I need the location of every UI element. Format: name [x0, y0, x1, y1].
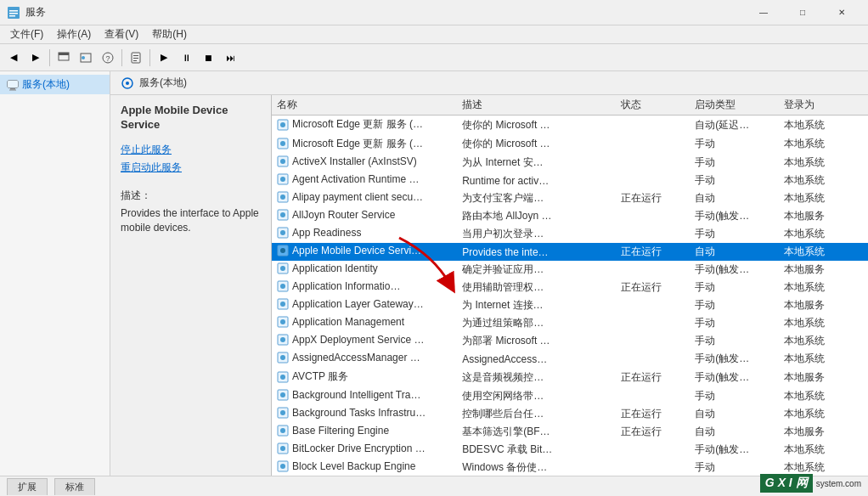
title-bar: 服务 — □ ✕: [0, 0, 868, 25]
toolbar-pause[interactable]: ⏸: [176, 48, 196, 68]
table-row[interactable]: Application Identity确定并验证应用…手动(触发…本地服务: [272, 261, 868, 279]
tree-item-local[interactable]: 服务(本地): [0, 75, 110, 94]
toolbar-stop[interactable]: ⏹: [198, 48, 218, 68]
cell-startup: 自动: [690, 243, 779, 261]
toolbar-restart[interactable]: ⏭: [220, 48, 240, 68]
services-table-container[interactable]: 名称 描述 状态 启动类型 登录为 Microsoft Edge 更新 服务 (…: [272, 95, 868, 476]
table-row[interactable]: Background Tasks Infrastru…控制哪些后台任…正在运行自…: [272, 405, 868, 423]
cell-desc: 控制哪些后台任…: [457, 405, 616, 423]
close-button[interactable]: ✕: [822, 0, 861, 25]
col-header-desc[interactable]: 描述: [457, 95, 616, 116]
toolbar-start[interactable]: ▶: [154, 48, 174, 68]
cell-desc: 为 Internet 连接…: [457, 296, 616, 314]
table-row[interactable]: ActiveX Installer (AxInstSV)为从 Internet …: [272, 154, 868, 172]
svg-point-37: [280, 266, 285, 271]
cell-startup: 手动: [690, 135, 779, 155]
cell-logon: 本地服务: [779, 207, 868, 225]
cell-startup: 手动: [690, 459, 779, 476]
cell-status: 正在运行: [616, 189, 690, 207]
col-header-name[interactable]: 名称: [272, 95, 457, 116]
table-row[interactable]: AppX Deployment Service …为部署 Microsoft ……: [272, 332, 868, 350]
cell-startup: 自动: [690, 423, 779, 441]
app-icon: [7, 6, 20, 20]
cell-desc: 为从 Internet 安…: [457, 154, 616, 172]
menu-action[interactable]: 操作(A): [50, 25, 98, 43]
cell-startup: 自动(延迟…: [690, 116, 779, 135]
cell-status: [616, 207, 690, 225]
cell-startup: 自动: [690, 189, 779, 207]
svg-rect-17: [9, 89, 16, 90]
status-bar: 扩展 标准: [0, 476, 868, 496]
watermark-sub: system.com: [816, 479, 861, 488]
svg-point-25: [280, 159, 285, 164]
table-header-row: 名称 描述 状态 启动类型 登录为: [272, 95, 868, 116]
toolbar-forward[interactable]: ▶: [25, 48, 46, 68]
stop-service-link[interactable]: 停止此服务: [121, 143, 261, 157]
cell-name: App Readiness: [272, 225, 457, 243]
cell-logon: 本地系统: [779, 116, 868, 135]
table-row[interactable]: AssignedAccessManager …AssignedAccess…手动…: [272, 350, 868, 368]
table-row[interactable]: AllJoyn Router Service路由本地 AllJoyn …手动(触…: [272, 207, 868, 225]
toolbar-up[interactable]: [54, 48, 74, 68]
table-row[interactable]: Agent Activation Runtime …Runtime for ac…: [272, 172, 868, 189]
tab-standard[interactable]: 标准: [54, 478, 95, 495]
cell-logon: 本地系统: [779, 405, 868, 423]
cell-status: [616, 441, 690, 459]
cell-startup: 手动: [690, 314, 779, 332]
cell-desc: 这是音频视频控…: [457, 368, 616, 387]
table-row[interactable]: BitLocker Drive Encryption …BDESVC 承载 Bi…: [272, 441, 868, 459]
toolbar-sep-3: [149, 49, 150, 66]
table-row[interactable]: Apple Mobile Device Servi…Provides the i…: [272, 243, 868, 261]
cell-desc: 使你的 Microsoft …: [457, 135, 616, 155]
restart-service-link[interactable]: 重启动此服务: [121, 161, 261, 175]
cell-name: Agent Activation Runtime …: [272, 172, 457, 189]
cell-logon: 本地服务: [779, 296, 868, 314]
cell-name: AppX Deployment Service …: [272, 332, 457, 350]
toolbar-show-hide[interactable]: [76, 48, 96, 68]
table-row[interactable]: Block Level Backup EngineWindows 备份使…手动本…: [272, 459, 868, 476]
cell-status: [616, 261, 690, 279]
table-row[interactable]: AVCTP 服务这是音频视频控…正在运行手动(触发…本地服务: [272, 368, 868, 387]
svg-point-53: [280, 410, 285, 415]
cell-name: Background Intelligent Tra…: [272, 387, 457, 405]
table-row[interactable]: App Readiness当用户初次登录…手动本地系统: [272, 225, 868, 243]
col-header-logon[interactable]: 登录为: [779, 95, 868, 116]
cell-logon: 本地服务: [779, 368, 868, 387]
maximize-button[interactable]: □: [783, 0, 822, 25]
svg-point-49: [280, 375, 285, 380]
cell-logon: 本地服务: [779, 261, 868, 279]
svg-text:?: ?: [105, 54, 110, 63]
table-row[interactable]: Application Management为通过组策略部…手动本地系统: [272, 314, 868, 332]
minimize-button[interactable]: —: [744, 0, 783, 25]
cell-startup: 手动(触发…: [690, 350, 779, 368]
cell-startup: 手动: [690, 332, 779, 350]
col-header-startup[interactable]: 启动类型: [690, 95, 779, 116]
tab-expand[interactable]: 扩展: [7, 478, 48, 495]
cell-name: Application Management: [272, 314, 457, 332]
table-row[interactable]: Application Informatio…使用辅助管理权…正在运行手动本地系…: [272, 279, 868, 296]
table-row[interactable]: Background Intelligent Tra…使用空闲网络带…手动本地系…: [272, 387, 868, 405]
cell-startup: 手动: [690, 154, 779, 172]
table-row[interactable]: Microsoft Edge 更新 服务 (…使你的 Microsoft …手动…: [272, 135, 868, 155]
svg-point-21: [280, 122, 285, 127]
table-row[interactable]: Microsoft Edge 更新 服务 (…使你的 Microsoft …自动…: [272, 116, 868, 135]
cell-logon: 本地系统: [779, 332, 868, 350]
toolbar-back[interactable]: ◀: [3, 48, 24, 68]
services-table: 名称 描述 状态 启动类型 登录为 Microsoft Edge 更新 服务 (…: [272, 95, 868, 476]
cell-startup: 手动: [690, 172, 779, 189]
col-header-status[interactable]: 状态: [616, 95, 690, 116]
cell-name: Background Tasks Infrastru…: [272, 405, 457, 423]
svg-point-47: [280, 355, 285, 360]
svg-point-19: [126, 82, 129, 85]
table-row[interactable]: Alipay payment client secu…为支付宝客户端…正在运行自…: [272, 189, 868, 207]
desc-label: 描述：: [121, 189, 261, 203]
toolbar-properties[interactable]: [126, 48, 146, 68]
toolbar-help[interactable]: ?: [98, 48, 118, 68]
table-row[interactable]: Application Layer Gateway…为 Internet 连接……: [272, 296, 868, 314]
menu-view[interactable]: 查看(V): [98, 25, 145, 43]
menu-help[interactable]: 帮助(H): [145, 25, 194, 43]
menu-file[interactable]: 文件(F): [3, 25, 50, 43]
table-row[interactable]: Base Filtering Engine基本筛选引擎(BF…正在运行自动本地服…: [272, 423, 868, 441]
window-title: 服务: [25, 5, 46, 20]
cell-status: [616, 154, 690, 172]
